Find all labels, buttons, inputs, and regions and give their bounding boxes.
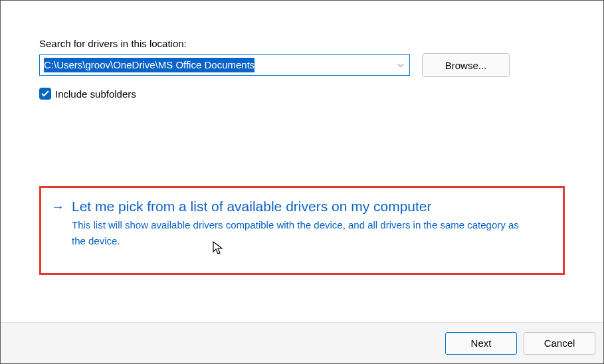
search-location-label: Search for drivers in this location: <box>39 38 565 49</box>
next-button[interactable]: Next <box>445 332 517 355</box>
cancel-button[interactable]: Cancel <box>524 332 595 355</box>
option-description: This list will show available drivers co… <box>72 217 530 249</box>
include-subfolders-label: Include subfolders <box>55 88 136 100</box>
browse-button[interactable]: Browse... <box>422 53 510 77</box>
pick-from-list-option[interactable]: → Let me pick from a list of available d… <box>39 186 565 275</box>
search-path-value: C:\Users\groov\OneDrive\MS Office Docume… <box>44 58 254 72</box>
option-title: Let me pick from a list of available dri… <box>72 197 551 216</box>
chevron-down-icon <box>397 62 404 69</box>
search-path-combobox[interactable]: C:\Users\groov\OneDrive\MS Office Docume… <box>39 54 410 76</box>
arrow-right-icon: → <box>50 197 65 249</box>
include-subfolders-checkbox[interactable] <box>39 88 51 100</box>
dialog-footer: Next Cancel <box>1 322 603 363</box>
